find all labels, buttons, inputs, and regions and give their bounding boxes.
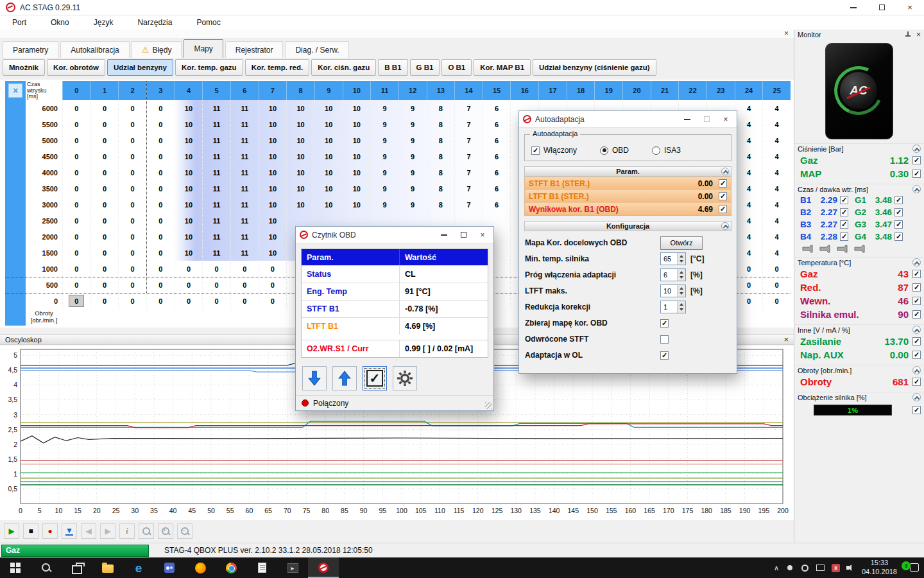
menu-item-język[interactable]: Język (81, 18, 126, 27)
map-cell[interactable]: 4 (735, 180, 763, 197)
map-cell[interactable]: 7 (454, 116, 483, 132)
map-cell[interactable]: 0 (118, 116, 146, 132)
obd-settings-button[interactable] (393, 366, 417, 390)
map-cell[interactable]: 11 (230, 229, 259, 245)
osc-play-button[interactable]: ▶ (4, 523, 19, 539)
map-cell[interactable]: 9 (370, 100, 398, 116)
monitor-checkbox[interactable] (840, 232, 848, 241)
map-cell[interactable]: 10 (314, 116, 343, 132)
map-cell[interactable]: 0 (762, 261, 791, 277)
map-cell[interactable]: 11 (202, 116, 230, 132)
map-cell[interactable]: 0 (118, 261, 146, 277)
map-cell[interactable]: 0 (90, 261, 119, 277)
map-cell[interactable]: 11 (230, 132, 259, 148)
map-cell[interactable]: 0 (90, 229, 119, 245)
map-cell[interactable]: 10 (314, 164, 343, 180)
map-cell[interactable]: 10 (314, 132, 343, 148)
map-cell[interactable]: 4 (762, 197, 791, 213)
map-cell[interactable]: 0 (146, 132, 175, 148)
map-cell[interactable]: 10 (259, 148, 287, 164)
map-cell[interactable]: 0 (62, 261, 90, 277)
aa-dialog-titlebar[interactable]: Autoadaptacja × (519, 111, 737, 128)
map-cell[interactable]: 0 (62, 164, 90, 180)
map-cell[interactable]: 10 (343, 100, 371, 116)
map-cell[interactable]: 7 (454, 100, 483, 116)
map-cell[interactable]: 0 (62, 148, 90, 164)
map-cell[interactable]: 11 (202, 245, 230, 261)
map-cell[interactable]: 0 (62, 100, 90, 116)
obd-upload-button[interactable] (332, 366, 357, 390)
video-app-button[interactable]: ▸ (277, 557, 308, 578)
map-tab-kor-map-b1[interactable]: Kor. MAP B1 (474, 59, 531, 76)
map-cell[interactable]: 4 (735, 213, 763, 229)
osc-info-button[interactable]: i (119, 523, 135, 539)
config-checkbox[interactable] (660, 319, 669, 328)
pin-icon[interactable] (905, 31, 911, 38)
map-cell[interactable]: 0 (90, 116, 119, 132)
map-cell[interactable]: 11 (202, 213, 230, 229)
map-cell[interactable]: 11 (202, 180, 230, 197)
map-cell[interactable]: 9 (398, 132, 427, 148)
oscilloscope-close-icon[interactable]: × (783, 335, 789, 344)
map-cell[interactable]: 10 (259, 100, 287, 116)
close-button[interactable]: × (896, 0, 924, 15)
spinner-up-icon[interactable] (678, 285, 685, 291)
ac-stag-taskbar-button[interactable] (308, 557, 339, 578)
map-cell[interactable]: 6 (483, 132, 511, 148)
map-cell[interactable]: 4 (735, 164, 763, 180)
map-cell[interactable]: 0 (175, 277, 203, 293)
resize-grip[interactable] (485, 402, 492, 409)
map-cell[interactable]: 0 (146, 261, 175, 277)
edge-button[interactable]: e (123, 557, 154, 578)
map-cell[interactable]: 4 (762, 180, 791, 197)
param-checkbox[interactable] (719, 205, 727, 213)
map-cell[interactable]: 9 (370, 116, 398, 132)
map-cell[interactable]: 10 (259, 132, 287, 148)
map-cell[interactable]: 6 (483, 180, 511, 197)
map-cell[interactable]: 4 (762, 164, 791, 180)
osc-step-forward-button[interactable]: ▶ (100, 523, 116, 539)
map-cell[interactable]: 0 (90, 245, 119, 261)
map-cell[interactable]: 9 (370, 148, 398, 164)
search-button[interactable] (31, 557, 62, 578)
map-cell[interactable]: 0 (175, 293, 203, 309)
map-cell[interactable]: 10 (286, 132, 314, 148)
map-tab-udział-benzyny[interactable]: Udział benzyny (107, 59, 173, 76)
monitor-checkbox[interactable] (912, 310, 921, 319)
map-cell[interactable]: 10 (314, 148, 343, 164)
osc-step-back-button[interactable]: ◀ (81, 523, 96, 539)
tab-parametry[interactable]: Parametry (3, 41, 58, 58)
taskbar-clock[interactable]: 15:33 04.10.2018 (862, 559, 897, 577)
map-cell[interactable]: 0 (175, 261, 203, 277)
osc-stop-button[interactable]: ■ (23, 523, 38, 539)
isa3-radio[interactable] (652, 146, 660, 155)
map-cell[interactable]: 0 (146, 213, 175, 229)
map-cell[interactable]: 11 (230, 213, 259, 229)
obd-row[interactable]: StatusCL (302, 265, 488, 283)
map-cell[interactable]: 8 (427, 148, 455, 164)
monitor-checkbox[interactable] (840, 208, 848, 216)
map-cell[interactable]: 10 (286, 148, 314, 164)
map-tab-kor-ciśn-gazu[interactable]: Kor. ciśn. gazu (311, 59, 376, 76)
map-cell[interactable]: 0 (118, 245, 146, 261)
obd-dialog-titlebar[interactable]: Czytnik OBD × (296, 227, 493, 243)
teams-button[interactable] (154, 557, 185, 578)
menu-item-port[interactable]: Port (0, 18, 38, 27)
map-cell[interactable]: 10 (175, 197, 203, 213)
map-tab-b-b1[interactable]: B B1 (378, 59, 407, 76)
notepad-button[interactable] (246, 557, 277, 578)
minimize-button[interactable] (839, 0, 868, 15)
task-view-button[interactable] (62, 557, 92, 578)
map-tab-kor-obrotów[interactable]: Kor. obrotów (47, 59, 105, 76)
map-cell[interactable]: 11 (230, 180, 259, 197)
map-cell[interactable]: 0 (62, 293, 90, 309)
monitor-checkbox[interactable] (912, 378, 921, 386)
menu-item-okno[interactable]: Okno (38, 18, 81, 27)
workspace-close-icon[interactable]: × (784, 29, 789, 38)
map-cell[interactable]: 10 (286, 100, 314, 116)
map-tab-udział-benzyny-ciśnienie-gazu[interactable]: Udział benzyny (ciśnienie gazu) (533, 59, 656, 76)
map-cell[interactable]: 0 (146, 197, 175, 213)
map-cell[interactable]: 10 (175, 213, 203, 229)
map-cell[interactable]: 10 (314, 100, 343, 116)
map-cell[interactable]: 10 (314, 180, 343, 197)
